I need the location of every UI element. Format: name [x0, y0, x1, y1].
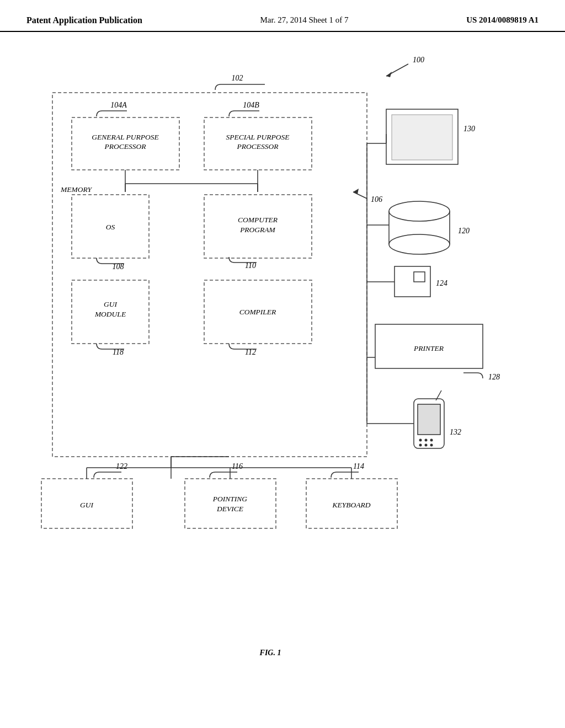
svg-text:106: 106: [371, 195, 382, 204]
svg-text:118: 118: [113, 348, 124, 356]
svg-text:PRINTER: PRINTER: [413, 344, 444, 352]
svg-text:PROGRAM: PROGRAM: [239, 226, 275, 234]
diagram-area: .label-text { font-family: 'Times New Ro…: [0, 38, 565, 677]
svg-point-46: [389, 234, 450, 254]
svg-text:PROCESSOR: PROCESSOR: [104, 142, 147, 151]
svg-point-69: [419, 444, 422, 447]
diagram-svg: .label-text { font-family: 'Times New Ro…: [0, 38, 565, 677]
svg-point-68: [430, 439, 433, 442]
svg-text:COMPUTER: COMPUTER: [238, 216, 278, 224]
svg-text:104B: 104B: [243, 101, 259, 109]
svg-text:PROCESSOR: PROCESSOR: [237, 142, 279, 151]
svg-text:116: 116: [232, 462, 243, 470]
svg-text:DEVICE: DEVICE: [216, 505, 244, 513]
svg-text:114: 114: [353, 462, 364, 470]
svg-text:112: 112: [245, 348, 256, 356]
svg-text:KEYBOARD: KEYBOARD: [332, 501, 371, 509]
svg-text:100: 100: [413, 56, 424, 64]
svg-point-70: [425, 444, 428, 447]
svg-text:108: 108: [113, 263, 124, 271]
svg-text:GUI: GUI: [80, 501, 94, 509]
svg-text:120: 120: [458, 227, 470, 235]
svg-text:130: 130: [463, 125, 475, 133]
svg-point-71: [430, 444, 433, 447]
svg-text:POINTING: POINTING: [212, 495, 248, 503]
date-sheet-label: Mar. 27, 2014 Sheet 1 of 7: [260, 15, 348, 25]
svg-point-66: [419, 439, 422, 442]
svg-point-67: [425, 439, 428, 442]
svg-text:MODULE: MODULE: [94, 310, 126, 318]
patent-number-label: US 2014/0089819 A1: [466, 15, 539, 25]
publication-label: Patent Application Publication: [26, 15, 142, 25]
svg-text:FIG. 1: FIG. 1: [259, 649, 281, 657]
svg-rect-79: [185, 479, 276, 528]
page-header: Patent Application Publication Mar. 27, …: [0, 0, 565, 32]
svg-text:104A: 104A: [110, 101, 127, 109]
svg-text:102: 102: [232, 74, 243, 82]
svg-text:SPECIAL PURPOSE: SPECIAL PURPOSE: [226, 133, 290, 141]
svg-text:MEMORY: MEMORY: [60, 185, 92, 194]
svg-text:110: 110: [245, 261, 256, 270]
svg-marker-42: [353, 189, 359, 194]
svg-text:128: 128: [488, 373, 500, 381]
svg-marker-2: [386, 72, 392, 77]
svg-text:OS: OS: [106, 223, 115, 231]
svg-text:132: 132: [450, 428, 461, 436]
svg-text:GENERAL PURPOSE: GENERAL PURPOSE: [92, 133, 159, 141]
svg-rect-5: [52, 93, 367, 457]
svg-rect-49: [392, 115, 452, 160]
svg-text:124: 124: [436, 279, 447, 287]
svg-text:122: 122: [116, 462, 127, 470]
svg-point-43: [389, 201, 450, 221]
svg-rect-65: [418, 404, 440, 435]
svg-rect-52: [414, 272, 425, 282]
svg-text:GUI: GUI: [104, 300, 118, 308]
svg-text:COMPILER: COMPILER: [239, 308, 276, 316]
